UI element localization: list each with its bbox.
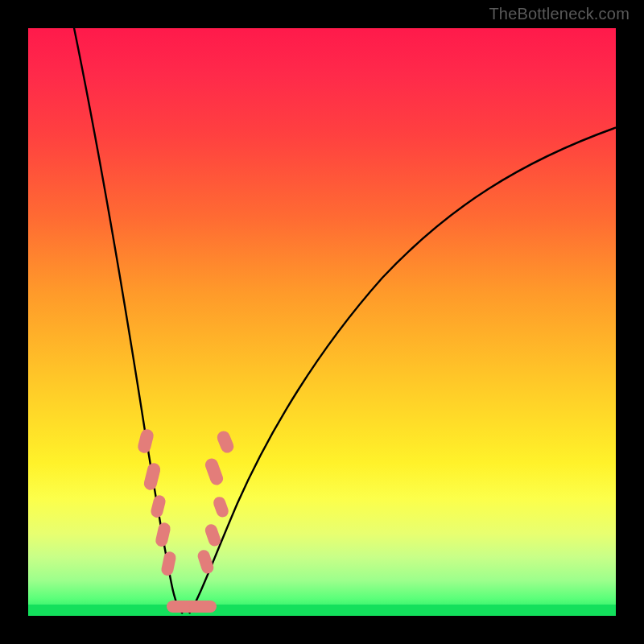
svg-rect-3 bbox=[155, 522, 171, 548]
svg-rect-4 bbox=[160, 551, 177, 576]
svg-rect-11 bbox=[189, 601, 217, 613]
outer-frame: TheBottleneck.com bbox=[0, 0, 644, 644]
curve-right-branch bbox=[189, 125, 616, 613]
svg-rect-0 bbox=[137, 428, 155, 455]
svg-rect-1 bbox=[142, 462, 162, 492]
curve-layer bbox=[28, 28, 616, 616]
svg-rect-8 bbox=[204, 456, 225, 486]
svg-rect-2 bbox=[150, 494, 167, 519]
svg-rect-7 bbox=[212, 495, 230, 519]
svg-rect-9 bbox=[215, 429, 235, 455]
markers-bottom bbox=[167, 601, 217, 613]
watermark-text: TheBottleneck.com bbox=[489, 5, 630, 23]
markers-left bbox=[137, 428, 177, 577]
plot-area bbox=[28, 28, 616, 616]
